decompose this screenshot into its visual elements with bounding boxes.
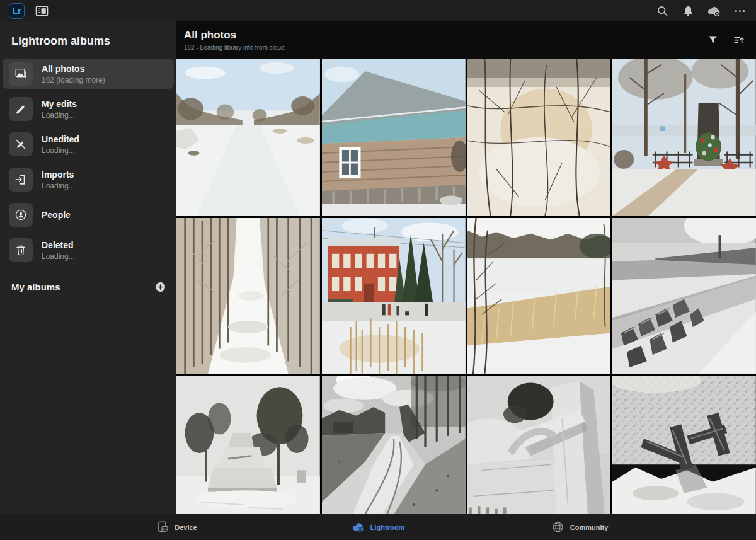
sidebar-item-label: People xyxy=(42,210,71,220)
sidebar-item-all-photos[interactable]: All photos 162 (loading more) xyxy=(3,59,174,89)
photo-thumbnail[interactable] xyxy=(612,376,756,519)
photo-thumbnail[interactable] xyxy=(176,59,320,216)
device-photos-icon xyxy=(156,520,169,534)
my-albums-label: My albums xyxy=(11,282,60,292)
sidebar-item-sublabel: Loading... xyxy=(42,252,75,261)
pencil-crossed-icon xyxy=(9,132,33,156)
sidebar-item-unedited[interactable]: Unedited Loading... xyxy=(3,129,174,159)
sidebar-item-sublabel: Loading... xyxy=(42,111,77,120)
lightroom-logo[interactable]: Lr xyxy=(9,3,25,19)
bottom-navigation: Device Lightroom Community xyxy=(0,514,756,540)
loading-status: 162 - Loading library info from cloud xyxy=(184,44,285,51)
sidebar-item-sublabel: Loading... xyxy=(42,146,79,155)
sidebar-title: Lightroom albums xyxy=(11,35,165,48)
photo-thumbnail[interactable] xyxy=(176,376,320,519)
sidebar-item-label: Imports xyxy=(42,169,75,180)
person-circle-icon xyxy=(9,203,33,227)
tab-device[interactable]: Device xyxy=(76,520,277,534)
sidebar-item-my-edits[interactable]: My edits Loading... xyxy=(3,94,174,124)
albums-sidebar: Lightroom albums All photos 162 (loading… xyxy=(0,21,176,514)
sidebar-item-label: Unedited xyxy=(42,134,79,144)
more-options-icon[interactable] xyxy=(732,3,747,18)
search-icon[interactable] xyxy=(655,3,670,18)
photo-thumbnail[interactable] xyxy=(467,376,611,519)
tab-community[interactable]: Community xyxy=(479,520,680,534)
main-content: All photos 162 - Loading library info fr… xyxy=(176,21,756,514)
sidebar-item-label: All photos xyxy=(42,64,105,74)
photo-thumbnail[interactable] xyxy=(322,59,466,216)
filter-funnel-icon[interactable] xyxy=(706,33,719,47)
photo-thumbnail[interactable] xyxy=(176,218,320,374)
my-albums-header: My albums xyxy=(11,280,166,293)
import-arrow-icon xyxy=(9,168,33,192)
sidebar-item-deleted[interactable]: Deleted Loading... xyxy=(3,235,174,265)
sidebar-item-sublabel: Loading... xyxy=(42,181,75,190)
globe-icon xyxy=(551,520,565,534)
sidebar-item-label: My edits xyxy=(42,99,77,109)
cloud-sync-paused-icon[interactable] xyxy=(706,3,721,18)
photo-thumbnail[interactable] xyxy=(467,218,611,374)
photos-stack-icon xyxy=(9,62,33,86)
lightroom-cloud-icon xyxy=(352,520,365,534)
sort-order-icon[interactable] xyxy=(732,33,746,47)
page-title: All photos xyxy=(184,29,285,42)
tab-lightroom[interactable]: Lightroom xyxy=(277,520,479,534)
sidebar-item-imports[interactable]: Imports Loading... xyxy=(3,164,174,195)
sidebar-toggle-icon[interactable] xyxy=(34,3,49,18)
photo-thumbnail[interactable] xyxy=(322,218,466,374)
photo-thumbnail[interactable] xyxy=(612,59,756,216)
photo-grid xyxy=(176,59,756,514)
top-bar: Lr xyxy=(0,0,756,21)
pencil-icon xyxy=(9,97,33,121)
trash-icon xyxy=(9,238,33,262)
tab-lightroom-label: Lightroom xyxy=(370,524,404,531)
sidebar-item-people[interactable]: People xyxy=(3,200,174,230)
photo-thumbnail[interactable] xyxy=(467,59,611,216)
main-header: All photos 162 - Loading library info fr… xyxy=(176,21,756,59)
sidebar-item-sublabel: 162 (loading more) xyxy=(42,76,105,84)
tab-community-label: Community xyxy=(570,524,609,531)
photo-thumbnail[interactable] xyxy=(612,218,756,374)
photo-thumbnail[interactable] xyxy=(322,376,466,519)
notifications-bell-icon[interactable] xyxy=(680,3,696,18)
tab-device-label: Device xyxy=(175,524,197,531)
sidebar-item-label: Deleted xyxy=(42,240,75,250)
plus-circle-icon[interactable] xyxy=(154,280,166,293)
